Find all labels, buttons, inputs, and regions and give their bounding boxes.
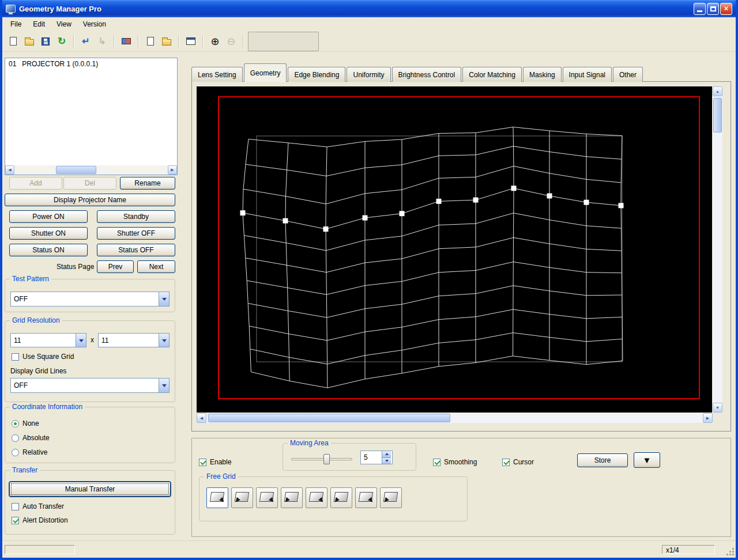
shutter-off-button[interactable]: Shutter OFF [97,227,175,240]
free-grid-mode-1-button[interactable] [206,487,228,508]
slider-track[interactable] [291,458,352,460]
menu-item-edit[interactable]: Edit [27,18,51,30]
free-grid-mode-2-button[interactable] [231,487,253,508]
store-dropdown-button[interactable]: ▼ [634,452,660,468]
grid-control-point[interactable] [400,211,405,216]
free-grid-mode-7-button[interactable] [355,487,377,508]
moving-area-input[interactable] [361,451,382,464]
dropdown-arrow-icon[interactable] [159,334,169,347]
new-file-2-button[interactable] [143,34,158,49]
grid-control-point[interactable] [240,210,246,215]
moving-area-slider[interactable] [291,454,352,464]
grid-control-point[interactable] [363,215,368,221]
scroll-right-button[interactable]: ▶ [703,413,713,423]
maximize-button[interactable] [707,3,719,15]
store-button[interactable]: Store [577,453,628,467]
coordinate-absolute-radio[interactable]: Absolute [12,434,50,442]
free-grid-mode-8-button[interactable] [380,487,402,508]
manual-transfer-button[interactable]: Manual Transfer [9,482,171,497]
prev-button[interactable]: Prev [97,260,134,273]
menu-item-version[interactable]: Version [77,18,112,30]
save-button[interactable] [38,34,53,49]
test-pattern-select[interactable]: OFF [10,292,170,307]
scroll-down-button[interactable]: ▼ [713,403,722,413]
swatch-blue-button[interactable] [301,34,316,49]
scroll-left-button[interactable]: ◀ [197,413,206,423]
standby-button[interactable]: Standby [97,210,175,223]
tab-uniformity[interactable]: Uniformity [347,67,390,82]
listbox-horizontal-scrollbar[interactable]: ◀ ▶ [5,165,177,175]
free-grid-mode-3-button[interactable] [256,487,278,508]
scroll-up-button[interactable]: ▲ [713,86,722,96]
menu-item-file[interactable]: File [5,18,27,30]
menu-item-view[interactable]: View [51,18,77,30]
grid-resolution-v-select[interactable]: 11 [98,333,170,347]
resize-grip[interactable] [727,548,735,556]
next-button[interactable]: Next [137,260,175,273]
geometry-canvas[interactable] [197,86,712,413]
grid-resolution-h-select[interactable]: 11 [10,333,86,347]
minimize-button[interactable] [694,3,706,15]
grid-control-point[interactable] [436,199,442,204]
scroll-right-button[interactable]: ▶ [168,165,177,175]
grid-control-point[interactable] [547,194,552,199]
open-file-button[interactable] [22,34,37,49]
power-on-button[interactable]: Power ON [9,210,88,223]
tab-color-matching[interactable]: Color Matching [462,67,522,82]
close-button[interactable]: × [720,3,732,15]
scroll-thumb[interactable] [208,414,450,422]
shutter-on-button[interactable]: Shutter ON [9,227,88,240]
spinner-down-button[interactable] [382,457,391,464]
dropdown-arrow-icon[interactable] [159,379,169,392]
status-on-button[interactable]: Status ON [9,244,88,256]
capture-card-button[interactable] [119,34,134,49]
dropdown-arrow-icon[interactable] [76,334,86,347]
tab-geometry[interactable]: Geometry [244,63,287,82]
grid-control-point[interactable] [283,218,288,224]
cursor-checkbox[interactable]: Cursor [502,458,534,466]
free-grid-mode-6-button[interactable] [330,487,352,508]
zoom-in-button[interactable] [208,34,223,49]
grid-control-point[interactable] [511,186,517,191]
dropdown-arrow-icon[interactable] [159,292,169,306]
canvas-vertical-scrollbar[interactable]: ▲ ▼ [713,86,722,413]
rename-button[interactable]: Rename [120,177,175,190]
status-off-button[interactable]: Status OFF [97,244,175,256]
grid-control-point[interactable] [619,203,624,208]
open-file-2-button[interactable] [159,34,174,49]
free-grid-mode-4-button[interactable] [281,487,303,508]
refresh-button[interactable] [54,34,69,49]
scroll-thumb[interactable] [56,166,96,174]
undo-button[interactable] [78,34,93,49]
smoothing-checkbox[interactable]: Smoothing [433,458,477,466]
swatch-white-button[interactable] [251,34,266,49]
tab-other[interactable]: Other [613,67,643,82]
canvas-horizontal-scrollbar[interactable]: ◀ ▶ [197,413,713,423]
free-grid-mode-5-button[interactable] [306,487,327,508]
swatch-red-button[interactable] [268,34,283,49]
coordinate-none-radio[interactable]: None [12,419,39,427]
tab-brightness-control[interactable]: Brightness Control [392,67,462,82]
alert-distortion-checkbox[interactable]: Alert Distortion [12,516,68,524]
spinner-up-button[interactable] [382,451,391,457]
slider-thumb[interactable] [323,454,330,464]
grid-control-point[interactable] [323,226,329,232]
display-projector-name-button[interactable]: Display Projector Name [5,194,175,206]
tab-input-signal[interactable]: Input Signal [563,67,612,82]
window-layout-button[interactable] [183,34,198,49]
enable-checkbox[interactable]: Enable [199,458,231,466]
grid-control-point[interactable] [584,200,589,205]
grid-control-point[interactable] [473,198,479,203]
display-grid-lines-select[interactable]: OFF [10,378,170,393]
projector-list-item[interactable]: 01 PROJECTOR 1 (0.0.0.1) [5,58,177,70]
tab-lens-setting[interactable]: Lens Setting [191,67,243,82]
coordinate-relative-radio[interactable]: Relative [12,448,47,456]
swatch-green-button[interactable] [284,34,299,49]
auto-transfer-checkbox[interactable]: Auto Transfer [12,502,64,510]
new-file-button[interactable] [6,34,21,49]
use-square-grid-checkbox[interactable]: Use Square Grid [12,353,74,361]
projector-listbox[interactable]: 01 PROJECTOR 1 (0.0.0.1) ◀ ▶ [5,58,178,175]
tab-edge-blending[interactable]: Edge Blending [288,67,345,82]
tab-masking[interactable]: Masking [523,67,562,82]
scroll-thumb[interactable] [713,98,722,133]
